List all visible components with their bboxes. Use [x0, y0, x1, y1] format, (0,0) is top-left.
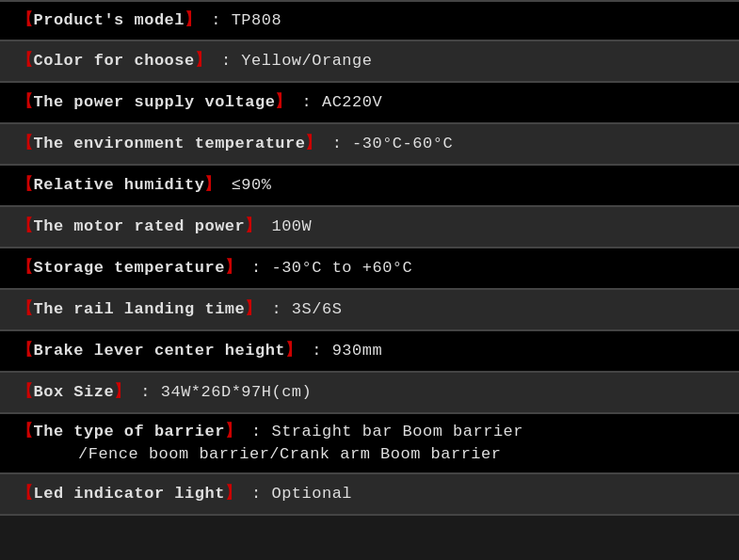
- bracket-close-9: 】: [285, 342, 302, 360]
- key-11: The type of barrier: [34, 423, 225, 440]
- value-1: TP808: [232, 11, 282, 29]
- storage-temp-text: 【Storage temperature】 : -30°C to +60°C: [17, 257, 412, 280]
- bracket-open-8: 【: [17, 300, 34, 318]
- bracket-close-5: 】: [204, 176, 221, 194]
- value-10: 34W*26D*97H(cm): [161, 383, 313, 401]
- bracket-close-10: 】: [114, 383, 131, 401]
- row-brake-lever: 【Brake lever center height】 : 930mm: [0, 331, 739, 373]
- bracket-close-11: 】: [225, 423, 242, 440]
- sep-4: :: [322, 135, 352, 152]
- row-box-size: 【Box Size】 : 34W*26D*97H(cm): [0, 373, 739, 414]
- bracket-close-1: 】: [185, 11, 201, 29]
- sep-12: :: [241, 485, 271, 503]
- value-3: AC220V: [322, 93, 382, 111]
- box-size-text: 【Box Size】 : 34W*26D*97H(cm): [17, 381, 312, 404]
- value-4: -30°C-60°C: [352, 135, 453, 152]
- env-temp-text: 【The environment temperature】 : -30°C-60…: [17, 133, 453, 155]
- bracket-open-12: 【: [17, 485, 34, 503]
- row-storage-temp: 【Storage temperature】 : -30°C to +60°C: [0, 248, 739, 290]
- color-text: 【Color for choose】 : Yellow/Orange: [17, 50, 372, 72]
- key-12: Led indicator light: [34, 485, 225, 503]
- key-5: Relative humidity: [34, 176, 205, 194]
- value-8: 3S/6S: [292, 300, 343, 318]
- sep-10: :: [131, 383, 161, 401]
- row-product-model: 【Product's model】 : TP808: [0, 0, 739, 41]
- bracket-open-4: 【: [17, 135, 34, 152]
- value-7: -30°C to +60°C: [271, 259, 412, 277]
- bracket-open-5: 【: [17, 176, 34, 194]
- key-3: The power supply voltage: [34, 93, 276, 111]
- row-barrier-type: 【The type of barrier】 : Straight bar Boo…: [0, 414, 739, 474]
- key-9: Brake lever center height: [34, 342, 286, 360]
- bracket-open-1: 【: [17, 11, 34, 29]
- bracket-open-7: 【: [17, 259, 34, 277]
- key-4: The environment temperature: [34, 135, 306, 152]
- value-11: Straight bar Boom barrier: [271, 423, 523, 440]
- led-indicator-text: 【Led indicator light】 : Optional: [17, 483, 352, 505]
- motor-power-text: 【The motor rated power】 100W: [17, 216, 312, 238]
- sep-2: :: [211, 52, 241, 70]
- bracket-close-4: 】: [305, 135, 322, 152]
- bracket-open-10: 【: [17, 383, 34, 401]
- barrier-type-text-2: /Fence boom barrier/Crank arm Boom barri…: [17, 443, 722, 466]
- bracket-open-2: 【: [17, 52, 34, 70]
- bracket-close-3: 】: [275, 93, 292, 111]
- sep-3: :: [292, 93, 322, 111]
- value-12: Optional: [271, 485, 352, 503]
- sep-9: :: [302, 342, 332, 360]
- product-model-text: 【Product's model】 : TP808: [17, 9, 281, 32]
- key-7: Storage temperature: [34, 259, 225, 277]
- key-1: Product's model: [34, 11, 185, 29]
- key-10: Box Size: [34, 383, 115, 401]
- value-2: Yellow/Orange: [241, 52, 372, 70]
- bracket-open-6: 【: [17, 217, 34, 235]
- value-9: 930mm: [332, 342, 383, 360]
- row-color: 【Color for choose】 : Yellow/Orange: [0, 41, 739, 83]
- sep-1: :: [201, 11, 232, 29]
- value-11b: /Fence boom barrier/Crank arm Boom barri…: [78, 445, 501, 463]
- row-led-indicator: 【Led indicator light】 : Optional: [0, 474, 739, 516]
- bracket-close-8: 】: [245, 300, 262, 318]
- sep-5: ≤: [221, 176, 241, 194]
- value-5: 90%: [241, 176, 271, 194]
- bracket-open-9: 【: [17, 342, 34, 360]
- row-humidity: 【Relative humidity】 ≤90%: [0, 166, 739, 207]
- sep-8: :: [262, 300, 292, 318]
- humidity-text: 【Relative humidity】 ≤90%: [17, 174, 271, 197]
- row-power-voltage: 【The power supply voltage】 : AC220V: [0, 83, 739, 124]
- sep-11: :: [241, 423, 271, 440]
- power-voltage-text: 【The power supply voltage】 : AC220V: [17, 91, 382, 114]
- barrier-type-text: 【The type of barrier】 : Straight bar Boo…: [17, 421, 722, 443]
- row-motor-power: 【The motor rated power】 100W: [0, 207, 739, 248]
- value-6: 100W: [271, 217, 312, 235]
- sep-7: :: [241, 259, 271, 277]
- brake-lever-text: 【Brake lever center height】 : 930mm: [17, 340, 382, 362]
- key-8: The rail landing time: [34, 300, 246, 318]
- bracket-close-7: 】: [225, 259, 242, 277]
- sep-6: [262, 217, 272, 235]
- row-env-temp: 【The environment temperature】 : -30°C-60…: [0, 124, 739, 166]
- bracket-close-6: 】: [245, 217, 262, 235]
- bracket-open-11: 【: [17, 423, 34, 440]
- key-6: The motor rated power: [34, 217, 246, 235]
- key-2: Color for choose: [34, 52, 195, 70]
- bracket-close-12: 】: [225, 485, 242, 503]
- spec-table: 【Product's model】 : TP808 【Color for cho…: [0, 0, 739, 560]
- bracket-open-3: 【: [17, 93, 34, 111]
- row-rail-landing: 【The rail landing time】 : 3S/6S: [0, 290, 739, 331]
- rail-landing-text: 【The rail landing time】 : 3S/6S: [17, 298, 342, 321]
- bracket-close-2: 】: [195, 52, 212, 70]
